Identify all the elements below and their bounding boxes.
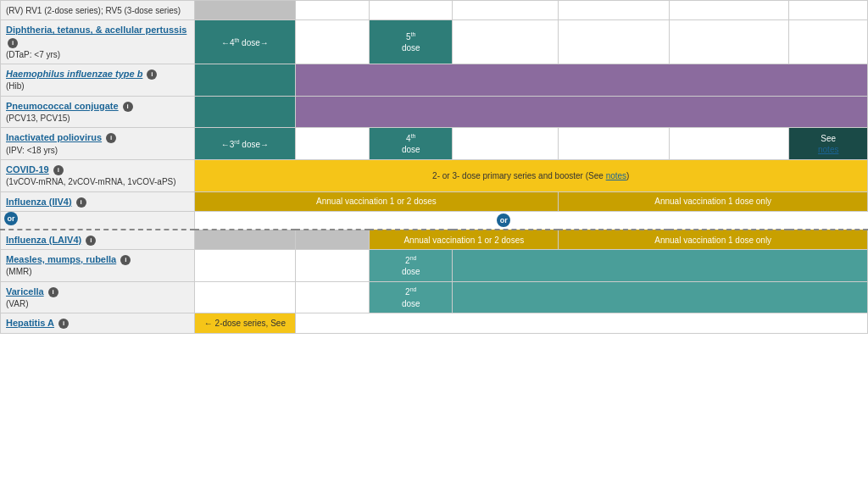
laiv4-gray-2 — [296, 230, 370, 250]
dtap-cell-5th: 5thdose — [370, 20, 453, 64]
var-sub: (VAR) — [6, 299, 28, 308]
rv-cell-2 — [296, 1, 370, 20]
laiv4-annual-12: Annual vaccination 1 or 2 doses — [403, 236, 524, 245]
vaccine-label-laiv4: Influenza (LAIV4) i — [1, 230, 195, 250]
pcv-sub: (PCV13, PCV15) — [6, 114, 70, 123]
vaccine-label-rv: (RV) RV1 (2-dose series); RV5 (3-dose se… — [1, 1, 195, 20]
table-row-laiv4: Influenza (LAIV4) i Annual vaccination 1… — [1, 230, 868, 250]
hib-info-icon[interactable]: i — [147, 69, 157, 80]
mmr-teal-rest — [453, 250, 868, 282]
table-row: (RV) RV1 (2-dose series); RV5 (3-dose se… — [1, 1, 868, 20]
iiv4-cell-12doses: Annual vaccination 1 or 2 doses — [194, 191, 559, 211]
table-row-pcv: Pneumococcal conjugate i (PCV13, PCV15) — [1, 96, 868, 128]
ipv-cell-3rd: ←3rd dose→ — [194, 128, 296, 160]
hepa-blank — [296, 313, 868, 333]
table-row-dtap: Diphtheria, tetanus, & acellular pertuss… — [1, 20, 868, 64]
var-blank-1 — [194, 281, 296, 313]
var-link[interactable]: Varicella — [6, 286, 44, 297]
or-badge: or — [4, 212, 18, 225]
vaccine-label-hib: Haemophilus influenzae type b i (Hib) — [1, 64, 195, 97]
rv-cell-5 — [559, 1, 670, 20]
vaccine-label-ipv: Inactivated poliovirus i (IPV: <18 yrs) — [1, 128, 195, 160]
hib-link[interactable]: Haemophilus influenzae type b — [6, 69, 142, 79]
table-row-mmr: Measles, mumps, rubella i (MMR) 2nddose — [1, 250, 868, 282]
covid-info-icon[interactable]: i — [53, 165, 64, 175]
dtap-cell-5 — [669, 20, 788, 64]
hib-cell-1 — [194, 64, 296, 97]
rv-cell-7 — [789, 1, 868, 20]
iiv4-link[interactable]: Influenza (IIV4) — [6, 197, 72, 207]
ipv-link[interactable]: Inactivated poliovirus — [6, 132, 102, 142]
dtap-cell-4th: ←4th dose→ — [194, 20, 296, 64]
ipv-cell-3 — [453, 128, 559, 160]
rv-cell-3 — [370, 1, 453, 20]
iiv4-info-icon[interactable]: i — [76, 197, 86, 208]
ipv-info-icon[interactable]: i — [106, 133, 116, 143]
mmr-link[interactable]: Measles, mumps, rubella — [6, 254, 116, 264]
laiv4-link[interactable]: Influenza (LAIV4) — [6, 235, 81, 245]
laiv4-cell-1dose: Annual vaccination 1 dose only — [559, 230, 868, 250]
mmr-2nd-dose: 2nddose — [370, 250, 453, 282]
var-2nd-dose: 2nddose — [370, 281, 453, 313]
var-teal-rest — [453, 281, 868, 313]
or-badge-mid-icon: or — [497, 214, 510, 227]
table-row-iiv4: Influenza (IIV4) i Annual vaccination 1 … — [1, 191, 868, 211]
dtap-cell-4 — [559, 20, 670, 64]
table-row-covid: COVID-19 i (1vCOV-mRNA, 2vCOV-mRNA, 1vCO… — [1, 159, 868, 191]
dtap-sub: (DTaP: <7 yrs) — [6, 50, 60, 59]
ipv-cell-seenotes: Seenotes — [789, 128, 868, 160]
hib-sub: (Hib) — [6, 81, 25, 91]
pcv-cell-1 — [194, 96, 296, 128]
covid-cell-end: ) — [626, 171, 629, 180]
ipv-cell-5 — [669, 128, 788, 160]
mmr-blank-1 — [194, 250, 296, 282]
or-spacer-1 — [194, 211, 453, 230]
vaccine-label-hepa: Hepatitis A i — [1, 313, 195, 333]
vaccination-schedule-table: (RV) RV1 (2-dose series); RV5 (3-dose se… — [0, 0, 868, 334]
vaccine-label-iiv4: Influenza (IIV4) i — [1, 191, 195, 211]
table-row-varicella: Varicella i (VAR) 2nddose — [1, 281, 868, 313]
iiv4-cell-1dose: Annual vaccination 1 dose only — [559, 191, 868, 211]
covid-sub: (1vCOV-mRNA, 2vCOV-mRNA, 1vCOV-aPS) — [6, 177, 176, 186]
ipv-sub: (IPV: <18 yrs) — [6, 146, 58, 155]
laiv4-annual-1: Annual vaccination 1 dose only — [654, 236, 771, 245]
ipv-cell-4 — [559, 128, 670, 160]
laiv4-info-icon[interactable]: i — [86, 236, 96, 246]
dtap-cell-blank — [296, 20, 370, 64]
hepa-cell-2dose: ← 2-dose series, See — [194, 313, 296, 333]
pcv-cell-purple — [296, 96, 868, 128]
laiv4-cell-12doses: Annual vaccination 1 or 2 doses — [370, 230, 559, 250]
pcv-info-icon[interactable]: i — [123, 102, 133, 112]
rv-cell-1 — [194, 1, 296, 20]
hepa-info-icon[interactable]: i — [58, 319, 69, 329]
mmr-blank-2 — [296, 250, 370, 282]
ipv-notes-link[interactable]: notes — [818, 145, 838, 154]
mmr-sub: (MMR) — [6, 267, 32, 276]
hepa-cell-text: ← 2-dose series, See — [204, 319, 286, 328]
vaccine-label-mmr: Measles, mumps, rubella i (MMR) — [1, 250, 195, 282]
rv-cell-6 — [669, 1, 788, 20]
dtap-link[interactable]: Diphtheria, tetanus, & acellular pertuss… — [6, 25, 186, 35]
covid-notes-link[interactable]: notes — [606, 171, 626, 180]
covid-link[interactable]: COVID-19 — [6, 164, 49, 175]
table-row-or: or or — [1, 211, 868, 230]
or-spacer-2 — [559, 211, 868, 230]
vaccine-label-covid: COVID-19 i (1vCOV-mRNA, 2vCOV-mRNA, 1vCO… — [1, 159, 195, 191]
iiv4-annual-1: Annual vaccination 1 dose only — [654, 197, 771, 206]
rv-label-text: (RV) RV1 (2-dose series); RV5 (3-dose se… — [6, 6, 181, 15]
ipv-cell-blank — [296, 128, 370, 160]
ipv-cell-4th: 4thdose — [370, 128, 453, 160]
dtap-info-icon[interactable]: i — [8, 38, 18, 48]
hib-cell-purple — [296, 64, 868, 97]
covid-cell: 2- or 3- dose primary series and booster… — [194, 159, 867, 191]
table-row-hib: Haemophilus influenzae type b i (Hib) — [1, 64, 868, 97]
mmr-info-icon[interactable]: i — [120, 255, 131, 265]
pcv-link[interactable]: Pneumococcal conjugate — [6, 101, 119, 111]
vaccine-label-dtap: Diphtheria, tetanus, & acellular pertuss… — [1, 20, 195, 64]
var-blank-2 — [296, 281, 370, 313]
dtap-cell-3 — [453, 20, 559, 64]
hepa-link[interactable]: Hepatitis A — [6, 318, 54, 328]
var-info-icon[interactable]: i — [48, 287, 58, 297]
covid-cell-text: 2- or 3- dose primary series and booster… — [432, 171, 606, 180]
laiv4-gray-1 — [194, 230, 296, 250]
